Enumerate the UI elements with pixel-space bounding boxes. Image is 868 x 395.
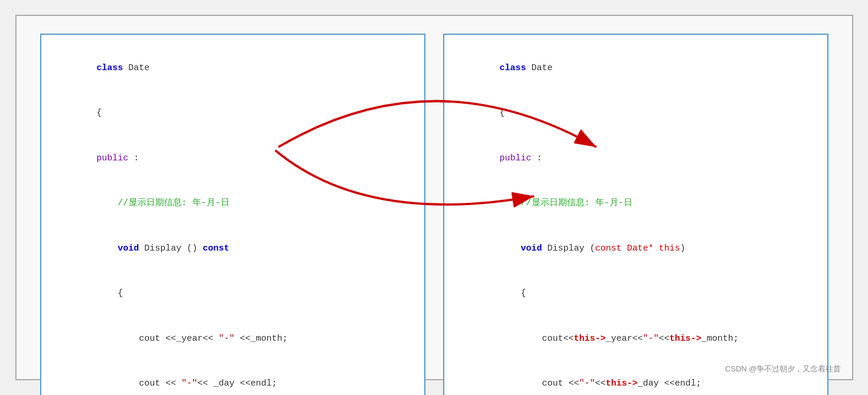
code-line: cout << "-"<< _day <<endl; bbox=[54, 361, 411, 396]
code-line: public : bbox=[54, 136, 411, 181]
code-line: class Date bbox=[54, 45, 411, 91]
watermark: CSDN @争不过朝夕，又念着往昔 bbox=[725, 364, 841, 374]
code-line: { bbox=[54, 271, 411, 317]
left-code-box: class Date { public : //显示日期信息: 年-月-日 vo… bbox=[40, 34, 425, 395]
code-line-void-display: void Display () const bbox=[54, 226, 411, 271]
code-line: class Date bbox=[457, 45, 814, 91]
right-code-box: class Date { public : //显示日期信息: 年-月-日 vo… bbox=[443, 34, 828, 395]
code-line: //显示日期信息: 年-月-日 bbox=[54, 181, 411, 226]
code-line: { bbox=[54, 91, 411, 136]
code-line: { bbox=[457, 91, 814, 136]
code-line: cout <<_year<< "-" <<_month; bbox=[54, 316, 411, 361]
code-line: cout<<this->_year<<"-"<<this->_month; bbox=[457, 316, 814, 361]
code-line: { bbox=[457, 271, 814, 317]
code-line: //显示日期信息: 年-月-日 bbox=[457, 181, 814, 226]
code-line: public : bbox=[457, 136, 814, 181]
code-panels: class Date { public : //显示日期信息: 年-月-日 vo… bbox=[17, 16, 852, 395]
code-line-void-display-right: void Display (const Date* this) bbox=[457, 226, 814, 271]
main-container: class Date { public : //显示日期信息: 年-月-日 vo… bbox=[15, 15, 853, 380]
